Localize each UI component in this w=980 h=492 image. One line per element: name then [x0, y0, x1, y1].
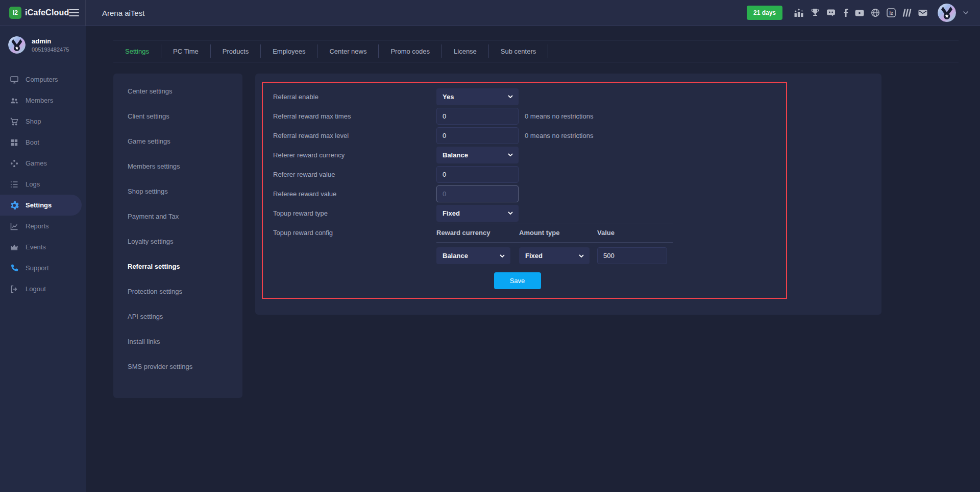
- form-row: Referer reward value: [263, 165, 786, 184]
- field-label: Referer reward value: [273, 171, 436, 178]
- ranking-icon[interactable]: [793, 8, 804, 18]
- form-row: Referral reward max level 0 means no res…: [263, 126, 786, 145]
- cart-icon: [10, 117, 19, 126]
- youtube-icon[interactable]: [854, 8, 865, 18]
- sidebar-item-label: Events: [26, 243, 46, 251]
- sidebar-item-shop[interactable]: Shop: [0, 111, 86, 132]
- submenu-item-shop-settings[interactable]: Shop settings: [113, 179, 242, 204]
- license-days-badge[interactable]: 21 days: [747, 6, 782, 20]
- referral-settings-panel: Referral enable Yes Referral reward max …: [255, 74, 881, 315]
- config-value-input[interactable]: [597, 247, 667, 264]
- discord-icon[interactable]: [826, 8, 836, 18]
- icafecloud-app-icon[interactable]: i2: [886, 8, 896, 18]
- tab-sub-centers[interactable]: Sub centers: [489, 48, 548, 55]
- select-value: Yes: [443, 93, 454, 101]
- config-reward-currency-select[interactable]: Balance: [436, 247, 510, 264]
- waves-icon[interactable]: [902, 8, 912, 18]
- sidebar-item-label: Members: [26, 97, 53, 104]
- form-row: Referer reward currency Balance: [263, 145, 786, 165]
- field-hint: 0 means no restrictions: [525, 112, 593, 120]
- phone-icon: [10, 264, 19, 273]
- hamburger-menu-icon[interactable]: [69, 9, 79, 16]
- tab-pc-time[interactable]: PC Time: [161, 48, 210, 55]
- sidebar-item-label: Shop: [26, 118, 41, 125]
- main-area: Settings PC Time Products Employees Cent…: [86, 26, 980, 492]
- sidebar-item-events[interactable]: Events: [0, 237, 86, 257]
- logout-icon: [10, 285, 19, 294]
- topbar: i2 iCafeCloud Arena aiTest 21 days: [0, 0, 980, 26]
- sidebar-item-members[interactable]: Members: [0, 90, 86, 111]
- submenu-item-client-settings[interactable]: Client settings: [113, 104, 242, 129]
- submenu-item-protection-settings[interactable]: Protection settings: [113, 279, 242, 304]
- submenu-item-sms-provider-settings[interactable]: SMS provider settings: [113, 354, 242, 379]
- globe-icon[interactable]: [870, 8, 880, 18]
- referral-reward-max-level-input[interactable]: [436, 127, 519, 144]
- select-value: Balance: [443, 252, 468, 260]
- monitor-icon: [10, 75, 19, 84]
- facebook-icon[interactable]: [842, 8, 849, 18]
- form-row: Referral reward max times 0 means no res…: [263, 106, 786, 126]
- mail-icon[interactable]: [918, 8, 928, 18]
- sidebar-item-label: Boot: [26, 138, 39, 146]
- field-label: Referral enable: [273, 93, 436, 101]
- sidebar-item-computers[interactable]: Computers: [0, 69, 86, 90]
- column-header: Value: [597, 229, 673, 237]
- tab-center-news[interactable]: Center news: [317, 48, 378, 55]
- sidebar-item-support[interactable]: Support: [0, 257, 86, 278]
- referer-reward-value-input[interactable]: [436, 166, 519, 183]
- chevron-down-icon: [508, 95, 513, 98]
- chevron-down-icon: [500, 254, 505, 257]
- tab-license[interactable]: License: [442, 48, 488, 55]
- sidebar-item-boot[interactable]: Boot: [0, 132, 86, 153]
- column-header: Amount type: [519, 229, 597, 237]
- form-row: Topup reward type Fixed: [263, 203, 786, 223]
- referer-reward-currency-select[interactable]: Balance: [436, 147, 519, 163]
- referee-reward-value-input: [436, 185, 519, 202]
- table-row: Balance Fixed: [436, 247, 673, 264]
- submenu-item-center-settings[interactable]: Center settings: [113, 79, 242, 104]
- sidebar-avatar: [8, 36, 26, 54]
- chevron-down-icon: [508, 153, 513, 156]
- save-button[interactable]: Save: [494, 272, 541, 289]
- submenu-item-members-settings[interactable]: Members settings: [113, 154, 242, 179]
- submenu-item-loyalty-settings[interactable]: Loyalty settings: [113, 229, 242, 254]
- form-row: Referral enable Yes: [263, 87, 786, 106]
- members-icon: [10, 96, 19, 105]
- windows-icon: [10, 138, 19, 147]
- sidebar-item-label: Computers: [26, 76, 58, 83]
- tab-employees[interactable]: Employees: [261, 48, 317, 55]
- submenu-item-referral-settings[interactable]: Referral settings: [113, 254, 242, 279]
- tab-divider: [548, 44, 548, 58]
- sidebar-item-logs[interactable]: Logs: [0, 174, 86, 195]
- brand-link[interactable]: i2 iCafeCloud: [9, 7, 69, 19]
- referral-enable-select[interactable]: Yes: [436, 88, 519, 105]
- submenu-item-game-settings[interactable]: Game settings: [113, 129, 242, 154]
- field-label: Referral reward max level: [273, 132, 436, 139]
- topbar-brand-section: i2 iCafeCloud: [0, 0, 86, 26]
- select-value: Fixed: [525, 252, 543, 260]
- trophy-icon[interactable]: [810, 8, 820, 18]
- tab-promo-codes[interactable]: Promo codes: [379, 48, 442, 55]
- referral-reward-max-times-input[interactable]: [436, 108, 519, 125]
- user-name: admin: [32, 37, 69, 45]
- sidebar-item-settings[interactable]: Settings: [0, 195, 82, 216]
- submenu-item-install-links[interactable]: Install links: [113, 329, 242, 354]
- topup-reward-type-select[interactable]: Fixed: [436, 205, 519, 222]
- chevron-down-icon[interactable]: [963, 11, 969, 15]
- sidebar-item-reports[interactable]: Reports: [0, 216, 86, 237]
- tab-settings[interactable]: Settings: [113, 48, 161, 55]
- submenu-item-api-settings[interactable]: API settings: [113, 304, 242, 329]
- field-label: Topup reward config: [273, 223, 436, 264]
- config-amount-type-select[interactable]: Fixed: [519, 247, 590, 264]
- sidebar-item-logout[interactable]: Logout: [0, 278, 86, 299]
- icafecloud-logo-icon: i2: [9, 7, 21, 19]
- form-row: Referee reward value: [263, 184, 786, 203]
- field-label: Referral reward max times: [273, 112, 436, 120]
- submenu-item-payment-and-tax[interactable]: Payment and Tax: [113, 204, 242, 229]
- content: Center settings Client settings Game set…: [113, 74, 980, 398]
- gear-icon: [10, 201, 19, 210]
- tab-products[interactable]: Products: [211, 48, 260, 55]
- sidebar-item-games[interactable]: Games: [0, 153, 86, 174]
- user-avatar[interactable]: [938, 4, 956, 22]
- sidebar-item-label: Games: [26, 159, 47, 167]
